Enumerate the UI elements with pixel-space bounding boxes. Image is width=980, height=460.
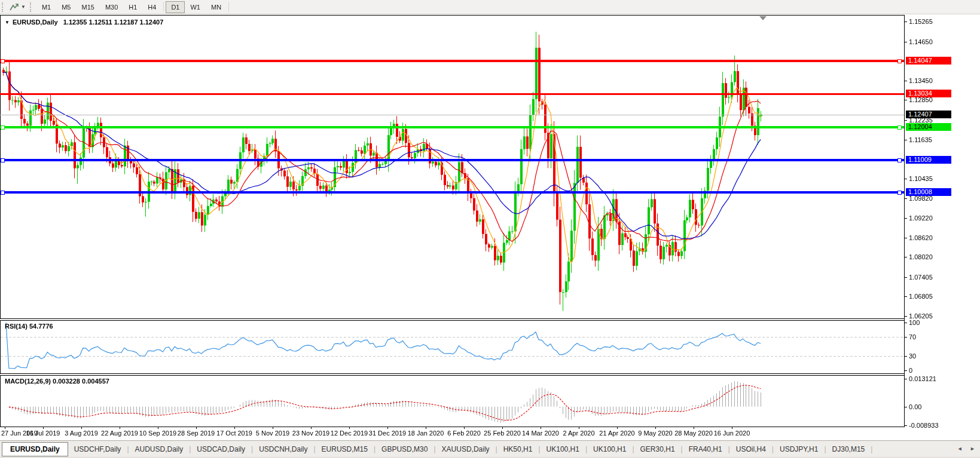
date-label: 16 Jul 2019 [26, 430, 60, 437]
horizontal-line-1.10008[interactable] [0, 191, 904, 194]
status-bar [0, 457, 980, 460]
price-tick-label: 1.06205 [909, 312, 933, 320]
timeframe-button-w1[interactable]: W1 [185, 1, 206, 13]
date-label: 22 Aug 2019 [101, 430, 138, 437]
timeframe-button-group: M1M5M15M30H1H4D1W1MN [36, 1, 231, 13]
tab-usdchf-daily-1[interactable]: USDCHF,Daily [68, 442, 127, 456]
macd-pane[interactable] [0, 375, 905, 427]
tab-audusd-daily-2[interactable]: AUDUSD,Daily [129, 442, 190, 456]
horizontal-line-1.11009[interactable] [0, 159, 904, 161]
timeframe-button-m5[interactable]: M5 [56, 1, 76, 13]
price-tick-label: 1.09820 [909, 195, 933, 202]
tab-usoil-h4-13[interactable]: USOil,H4 [730, 442, 772, 456]
top-toolbar: ▼ M1M5M15M30H1H4D1W1MN [0, 0, 980, 14]
rsi-pane[interactable] [0, 320, 905, 374]
tab-usdcnh-daily-4[interactable]: USDCNH,Daily [253, 442, 313, 456]
date-label: 10 Sep 2019 [139, 430, 176, 437]
price-tick-label: 1.12850 [909, 96, 933, 103]
trading-platform-window: ▼ M1M5M15M30H1H4D1W1MN ▼EURUSD,Daily1.12… [0, 0, 980, 460]
price-tick-label: 1.12235 [909, 116, 933, 124]
date-label: 28 Sep 2019 [178, 430, 215, 437]
price-badge-1.12004: 1.12004 [906, 123, 951, 131]
price-badge-1.14047: 1.14047 [906, 57, 951, 65]
rsi-axis-label: 70 [909, 333, 916, 341]
macd-axis-label: 0.00 [909, 403, 921, 410]
chart-tabs: EURUSD,DailyUSDCHF,Daily|AUDUSD,Daily|US… [0, 442, 872, 456]
price-tick-label: 1.08620 [909, 234, 933, 241]
timeframe-button-m30[interactable]: M30 [100, 1, 123, 13]
timeframe-button-m1[interactable]: M1 [36, 1, 56, 13]
macd-axis-label: -0.008933 [909, 422, 939, 429]
tab-xauusd-daily-7[interactable]: XAUUSD,Daily [436, 442, 496, 456]
toolbar-separator [163, 2, 164, 12]
date-label: 25 Feb 2020 [484, 430, 521, 437]
date-label: 27 Jun 2019 [1, 430, 38, 437]
price-tick-label: 1.08020 [909, 253, 933, 260]
date-label: 16 Jun 2020 [714, 430, 750, 437]
price-tick-label: 1.11635 [909, 136, 932, 143]
price-tick-label: 1.15265 [909, 18, 933, 25]
tab-usdcad-daily-3[interactable]: USDCAD,Daily [191, 442, 251, 456]
price-tick-label: 1.07405 [909, 274, 933, 281]
timeframe-button-h4[interactable]: H4 [142, 1, 161, 13]
tab-ger30-h1-11[interactable]: GER30,H1 [634, 442, 681, 456]
tab-fra40-h1-12[interactable]: FRA40,H1 [683, 442, 728, 456]
tab-uk100-h1-9[interactable]: UK100,H1 [541, 442, 585, 456]
price-tick-label: 1.13450 [909, 77, 933, 84]
tab-usdjpy-h1-14[interactable]: USDJPY,H1 [774, 442, 824, 456]
date-label: 18 Jan 2020 [408, 430, 444, 437]
toolbar-grip[interactable] [2, 2, 5, 12]
price-tick-label: 1.06805 [909, 293, 933, 300]
price-tick-label: 1.10435 [909, 175, 933, 182]
timeframe-button-mn[interactable]: MN [206, 1, 227, 13]
tab-separator: | [871, 445, 872, 453]
price-tick-label: 1.09220 [909, 214, 933, 222]
current-price-line [0, 115, 904, 115]
date-label: 17 Oct 2019 [216, 430, 252, 437]
toolbar-grip-2[interactable] [30, 2, 33, 12]
rsi-axis-label: 30 [909, 352, 916, 360]
date-label: 21 Apr 2020 [599, 430, 634, 437]
date-label: 6 Feb 2020 [447, 430, 481, 437]
date-label: 23 Nov 2019 [292, 430, 329, 437]
price-badge-1.11009: 1.11009 [906, 156, 951, 164]
tab-eurusd-m15-5[interactable]: EURUSD,M15 [316, 442, 374, 456]
tabs-scroll-right-icon[interactable]: ► [970, 446, 975, 452]
price-badge-1.13034: 1.13034 [906, 90, 951, 97]
date-label: 12 Dec 2019 [331, 430, 368, 437]
tab-hk50-h1-8[interactable]: HK50,H1 [497, 442, 539, 456]
horizontal-line-1.12004[interactable] [0, 126, 904, 128]
tab-uk100-h1-10[interactable]: UK100,H1 [587, 442, 632, 456]
tab-eurusd-daily-0[interactable]: EURUSD,Daily [2, 442, 68, 456]
rsi-axis-label: 0 [909, 367, 912, 374]
chart-tool-dropdown-icon[interactable]: ▼ [21, 4, 26, 10]
tab-gbpusd-m30-6[interactable]: GBPUSD,M30 [375, 442, 433, 456]
date-label: 9 May 2020 [638, 430, 672, 437]
date-label: 2 Apr 2020 [563, 430, 594, 437]
rsi-axis-label: 100 [909, 319, 920, 326]
date-label: 14 Mar 2020 [522, 430, 559, 437]
chart-tool-icon[interactable] [8, 2, 20, 12]
tab-navigation: ◄ ► [951, 446, 975, 452]
date-label: 3 Aug 2019 [65, 430, 98, 437]
timeframe-button-d1[interactable]: D1 [166, 1, 185, 13]
date-label: 31 Dec 2019 [369, 430, 406, 437]
horizontal-line-1.13034[interactable] [0, 93, 904, 95]
chart-tab-bar: EURUSD,DailyUSDCHF,Daily|AUDUSD,Daily|US… [0, 440, 980, 457]
price-badge-1.10008: 1.10008 [906, 188, 951, 196]
date-label: 28 May 2020 [674, 430, 713, 437]
tabs-scroll-left-icon[interactable]: ◄ [957, 446, 963, 452]
timeframe-button-h1[interactable]: H1 [123, 1, 142, 13]
price-tick-label: 1.14650 [909, 38, 933, 45]
date-label: 5 Nov 2019 [256, 430, 289, 437]
tab-dj30-m15-15[interactable]: DJ30,M15 [826, 442, 871, 456]
toolbar-separator [228, 2, 229, 12]
timeframe-button-m15[interactable]: M15 [76, 1, 99, 13]
current-price-badge: 1.12407 [906, 111, 951, 118]
horizontal-line-1.14047[interactable] [0, 60, 904, 62]
macd-axis-label: 0.013121 [909, 375, 936, 382]
